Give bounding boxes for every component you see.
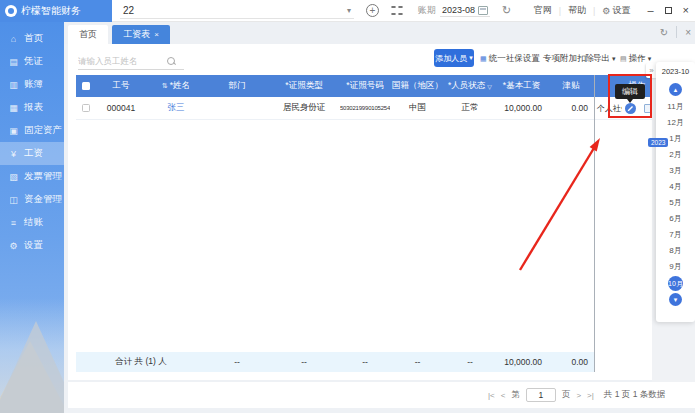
special-deduction-button[interactable]: 专项附加扣除 [543, 53, 594, 65]
footer-dash: -- [445, 352, 495, 372]
edit-tooltip-label: 编辑 [622, 86, 638, 97]
sidebar-item-closing[interactable]: ≡结账 [0, 211, 64, 234]
tab-payroll[interactable]: 工资表 × [112, 25, 170, 44]
chevron-down-icon: ▾ [612, 55, 616, 63]
calendar-icon [478, 6, 488, 15]
sidebar-item-label: 首页 [24, 32, 43, 45]
sidebar-item-funds[interactable]: ◫资金管理 [0, 188, 64, 211]
app-window: 柠檬智能财务 22 ▾ + 账期 2023-08 ↻ 官网 | 帮助 | ⚙ 设… [0, 0, 695, 413]
page-label-pre: 第 [511, 389, 520, 401]
sidebar-item-fixed-asset[interactable]: ▣固定资产 [0, 119, 64, 142]
settings-link[interactable]: ⚙ 设置 [602, 4, 630, 17]
footer-allowance-total: 0.00 [548, 352, 594, 372]
close-all-tabs-icon[interactable]: × [685, 27, 691, 38]
sidebar-item-label: 凭证 [24, 55, 43, 68]
maximize-button[interactable] [665, 7, 672, 14]
sidebar-item-label: 结账 [24, 216, 43, 229]
sidebar-item-label: 固定资产 [24, 124, 62, 137]
first-page-button[interactable]: |< [488, 391, 495, 400]
salary-icon: ¥ [8, 149, 19, 159]
add-account-button[interactable]: + [366, 4, 379, 17]
header-cert-type: *证照类型 [268, 75, 340, 97]
sidebar-item-salary[interactable]: ¥工资 [0, 142, 64, 165]
tab-label: 工资表 [123, 28, 150, 41]
sidebar-item-voucher[interactable]: ▤凭证 [0, 50, 64, 73]
export-label: 导出 [593, 53, 610, 65]
month-item[interactable]: 6月 [669, 210, 681, 226]
header-dept: 部门 [206, 75, 268, 97]
cell-name-link[interactable]: 张三 [146, 97, 206, 119]
toolbar-right-fill [652, 44, 695, 64]
sidebar-item-report[interactable]: ▦报表 [0, 96, 64, 119]
footer-dash: -- [206, 352, 268, 372]
operation-column: 操作 [622, 75, 652, 372]
select-all-checkbox[interactable] [82, 82, 90, 90]
search-icon[interactable] [166, 56, 176, 66]
month-item[interactable]: 7月 [669, 226, 681, 242]
apps-grid-icon[interactable] [391, 4, 404, 17]
site-link[interactable]: 官网 [534, 4, 552, 17]
scroll-up-button[interactable]: ▲ [669, 83, 682, 96]
page-label-post: 页 [562, 389, 571, 401]
header-name[interactable]: ⇅*姓名 [146, 75, 206, 97]
sidebar-item-home[interactable]: ⌂首页 [0, 27, 64, 50]
payroll-page: 添加人员 ▾ ▦ 统一社保设置 专项附加扣除 导出 ▾ ▤ 操作 ▾ [68, 44, 652, 380]
month-item[interactable]: 2月 [669, 146, 681, 162]
month-item[interactable]: 3月 [669, 162, 681, 178]
month-item[interactable]: 4月 [669, 178, 681, 194]
add-person-button[interactable]: 添加人员 ▾ [434, 49, 474, 67]
filter-icon[interactable]: ▽ [487, 83, 492, 90]
help-link[interactable]: 帮助 [568, 4, 586, 17]
scroll-down-button[interactable]: ▼ [669, 293, 682, 306]
last-page-button[interactable]: >| [587, 391, 594, 400]
ledger-icon: ▥ [8, 80, 19, 90]
close-button[interactable]: × [683, 5, 689, 16]
separator: | [593, 6, 595, 16]
tab-home[interactable]: 首页 [68, 25, 108, 44]
search-input[interactable] [78, 56, 166, 66]
export-button[interactable]: 导出 ▾ [593, 53, 616, 65]
month-panel: 2023 2023-10 ▲ 11月 12月 1月 2月 3月 4月 5月 6月… [656, 62, 695, 322]
top-bar: 柠檬智能财务 22 ▾ + 账期 2023-08 ↻ 官网 | 帮助 | ⚙ 设… [0, 0, 695, 22]
month-item[interactable]: 11月 [667, 98, 683, 114]
month-item[interactable]: 12月 [667, 114, 684, 130]
month-item[interactable]: 1月 [669, 130, 681, 146]
funds-icon: ◫ [8, 195, 19, 205]
month-item[interactable]: 5月 [669, 194, 681, 210]
row-checkbox[interactable] [82, 104, 90, 112]
footer-dash: -- [268, 352, 340, 372]
brand-name: 柠檬智能财务 [21, 4, 81, 18]
sidebar-item-label: 资金管理 [24, 193, 62, 206]
refresh-tab-icon[interactable]: ↻ [660, 27, 668, 38]
footer-op-blank [594, 352, 622, 372]
sidebar: ⌂首页 ▤凭证 ▥账簿 ▦报表 ▣固定资产 ¥工资 ▧发票管理 ◫资金管理 ≡结… [0, 22, 64, 413]
sidebar-item-ledger[interactable]: ▥账簿 [0, 73, 64, 96]
fixed-column-divider [594, 75, 595, 372]
prev-page-button[interactable]: < [501, 391, 506, 400]
refresh-period-icon[interactable]: ↻ [502, 5, 511, 16]
social-insurance-button[interactable]: ▦ 统一社保设置 [480, 53, 540, 65]
minimize-button[interactable]: – [647, 5, 653, 16]
action-menu-label: 操作 [629, 53, 646, 65]
gear-icon: ⚙ [602, 6, 610, 16]
month-item[interactable]: 8月 [669, 242, 681, 258]
table-row[interactable]: 000041 张三 居民身份证 150302199901052545 中国 正常… [76, 97, 652, 120]
month-item-selected[interactable]: 10月 [668, 276, 683, 291]
pagination-summary: 共 1 页 1 条数据 [604, 389, 665, 401]
next-page-button[interactable]: > [576, 391, 581, 400]
separator: | [559, 6, 561, 16]
period-picker[interactable]: 2023-08 [440, 4, 490, 17]
current-period-label[interactable]: 2023-10 [662, 67, 690, 76]
header-status[interactable]: *人员状态▽ [445, 75, 495, 97]
sidebar-item-label: 发票管理 [24, 170, 62, 183]
row-select-cell[interactable] [76, 97, 96, 119]
select-all-cell[interactable] [76, 75, 96, 97]
footer-total: 合计 共 (1) 人 [76, 352, 206, 372]
sidebar-item-settings[interactable]: ⚙设置 [0, 234, 64, 257]
account-select[interactable]: 22 ▾ [120, 2, 354, 19]
close-tab-icon[interactable]: × [154, 30, 159, 39]
sort-icon[interactable]: ⇅ [162, 82, 168, 90]
page-input[interactable] [526, 388, 556, 402]
sidebar-item-invoice[interactable]: ▧发票管理 [0, 165, 64, 188]
month-item[interactable]: 9月 [669, 258, 681, 274]
